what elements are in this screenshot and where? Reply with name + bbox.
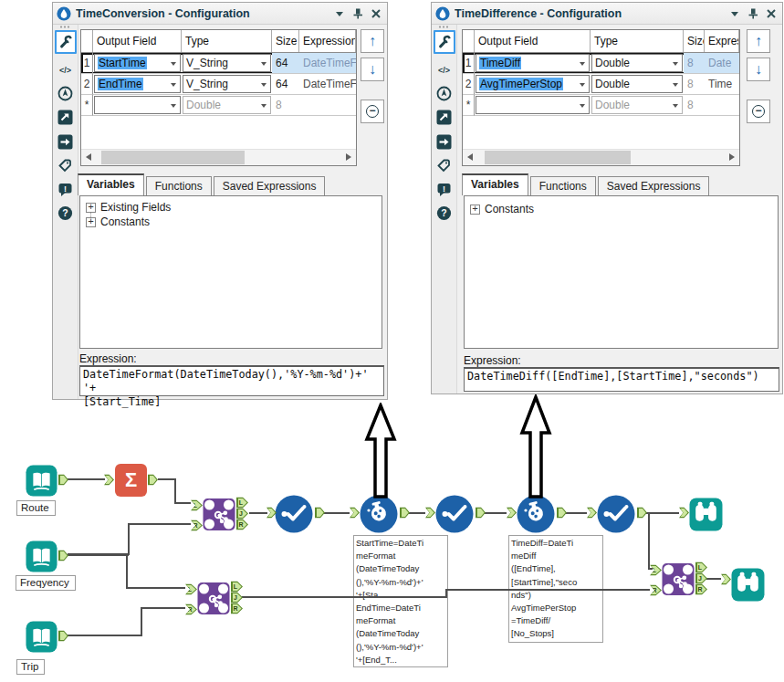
tab-variables[interactable]: Variables <box>78 173 144 195</box>
wrench-icon[interactable] <box>434 30 455 54</box>
scroll-right-icon[interactable] <box>729 153 735 161</box>
grid-row-1[interactable]: 1 StartTime V_String 64 DateTimeF <box>81 53 356 74</box>
panel-menu-icon[interactable] <box>727 6 742 21</box>
field-expression-preview[interactable]: DateTimeF <box>299 53 356 74</box>
scroll-left-icon[interactable] <box>467 153 473 161</box>
grid-row-1[interactable]: 1 TimeDiff Double 8 Date <box>463 53 739 74</box>
formula-tool-timedifference[interactable] <box>517 495 555 533</box>
grid-row-new[interactable]: * Double 8 <box>81 95 356 116</box>
expand-icon[interactable]: + <box>470 205 480 215</box>
field-size[interactable]: 64 <box>272 53 299 74</box>
field-size[interactable]: 64 <box>272 74 299 95</box>
code-icon[interactable]: </> <box>434 60 454 79</box>
help-icon[interactable]: ? <box>434 204 454 223</box>
grid-horizontal-scrollbar[interactable] <box>463 149 739 165</box>
move-field-down-button[interactable]: ↓ <box>361 58 384 81</box>
expression-editor[interactable]: DateTimeFormat(DateTimeToday(),'%Y-%m-%d… <box>79 365 384 396</box>
field-type-dropdown[interactable]: Double <box>591 96 683 114</box>
delete-field-button[interactable]: − <box>361 100 384 123</box>
move-field-up-button[interactable]: ↑ <box>747 29 770 53</box>
import-icon[interactable] <box>434 108 454 127</box>
field-size[interactable]: 8 <box>684 53 705 74</box>
compass-icon[interactable] <box>56 84 75 103</box>
field-expression-preview[interactable]: Time <box>705 74 739 95</box>
move-field-down-button[interactable]: ↓ <box>747 58 770 81</box>
expand-icon[interactable]: + <box>86 203 96 213</box>
delete-field-button[interactable]: − <box>747 100 770 123</box>
join-tool-1[interactable] <box>203 498 235 531</box>
tree-item-existing-fields[interactable]: + Existing Fields <box>86 201 171 214</box>
field-name-dropdown[interactable]: AvgTimePerStop <box>476 75 590 93</box>
field-name-dropdown[interactable]: EndTime <box>94 75 181 93</box>
close-icon[interactable] <box>369 6 383 21</box>
tab-saved-expressions[interactable]: Saved Expressions <box>598 176 710 195</box>
browse-tool-2[interactable] <box>731 568 765 602</box>
field-size[interactable]: 8 <box>684 74 705 95</box>
select-tool-3[interactable] <box>597 495 635 533</box>
browse-tool-1[interactable] <box>689 498 723 531</box>
pin-icon[interactable] <box>350 6 365 21</box>
grid-row-new[interactable]: * Double 8 <box>463 95 739 116</box>
field-type-dropdown[interactable]: Double <box>183 96 271 114</box>
col-expression: Expression <box>705 30 739 52</box>
grid-horizontal-scrollbar[interactable] <box>81 149 356 165</box>
panel-menu-icon[interactable] <box>332 6 347 21</box>
scrollbar-thumb[interactable] <box>101 151 245 164</box>
field-name-dropdown[interactable] <box>94 96 181 114</box>
compass-icon[interactable] <box>434 84 454 103</box>
tab-variables[interactable]: Variables <box>462 173 528 195</box>
output-fields-grid: Output Field Type Size Expression 1 Time… <box>462 29 740 166</box>
panel-titlebar[interactable]: TimeDifference - Configuration <box>432 3 782 25</box>
tool-label-frequency[interactable]: Freqyency <box>16 575 76 591</box>
scroll-right-icon[interactable] <box>346 153 351 161</box>
import-icon[interactable] <box>56 108 75 127</box>
input-tool-route[interactable] <box>26 464 57 498</box>
field-expression-preview[interactable]: Date <box>705 53 739 74</box>
field-type-dropdown[interactable]: Double <box>591 54 683 72</box>
tab-saved-expressions[interactable]: Saved Expressions <box>214 176 326 195</box>
join-tool-2[interactable] <box>197 582 230 615</box>
move-field-up-button[interactable]: ↑ <box>361 29 384 53</box>
field-expression-preview[interactable]: DateTimeF <box>299 74 356 95</box>
field-type-dropdown[interactable]: Double <box>591 75 683 93</box>
scroll-left-icon[interactable] <box>86 153 91 161</box>
export-icon[interactable] <box>434 132 454 152</box>
tree-item-constants[interactable]: + Constants <box>86 215 150 228</box>
code-icon[interactable]: </> <box>56 60 75 79</box>
input-tool-trip[interactable] <box>26 620 57 654</box>
message-icon[interactable]: ! <box>56 180 75 199</box>
export-icon[interactable] <box>56 132 75 152</box>
field-name-dropdown[interactable]: StartTime <box>94 54 181 72</box>
formula-tool-timeconversion[interactable] <box>360 495 398 533</box>
close-icon[interactable] <box>764 6 779 21</box>
tab-functions[interactable]: Functions <box>146 176 212 195</box>
select-tool-2[interactable] <box>435 495 474 533</box>
expand-icon[interactable]: + <box>86 217 96 227</box>
select-tool-1[interactable] <box>275 495 313 533</box>
scrollbar-thumb[interactable] <box>485 151 631 164</box>
grid-row-2[interactable]: 2 EndTime V_String 64 DateTimeF <box>81 74 356 95</box>
tool-label-trip[interactable]: Trip <box>16 659 45 675</box>
field-name-dropdown[interactable]: TimeDiff <box>476 54 590 72</box>
field-name-dropdown[interactable] <box>476 96 590 114</box>
expression-editor[interactable]: DateTimeDiff([EndTime],[StartTime],"seco… <box>464 367 779 392</box>
output-fields-grid: Output Field Type Size Expression 1 Star… <box>80 29 357 166</box>
tool-label-route[interactable]: Route <box>16 500 56 516</box>
tree-item-constants[interactable]: + Constants <box>470 203 534 215</box>
help-icon[interactable]: ? <box>56 204 75 223</box>
message-icon[interactable]: ! <box>434 180 454 199</box>
join-tool-3[interactable] <box>662 562 695 596</box>
pin-icon[interactable] <box>746 6 760 21</box>
field-type-dropdown[interactable]: V_String <box>183 75 271 93</box>
tab-functions[interactable]: Functions <box>530 176 596 195</box>
summarize-tool[interactable]: Σ <box>115 464 147 497</box>
grid-row-2[interactable]: 2 AvgTimePerStop Double 8 Time <box>463 74 739 95</box>
field-type-dropdown[interactable]: V_String <box>183 54 271 72</box>
tag-icon[interactable] <box>56 156 75 175</box>
tag-icon[interactable] <box>434 156 454 175</box>
connection-line <box>126 587 185 589</box>
input-tool-frequency[interactable] <box>26 540 57 573</box>
annotation-formula1[interactable]: StartTime=DateTi meFormat (DateTimeToday… <box>353 535 448 667</box>
wrench-icon[interactable] <box>55 30 77 54</box>
panel-titlebar[interactable]: TimeConversion - Configuration <box>53 3 387 25</box>
